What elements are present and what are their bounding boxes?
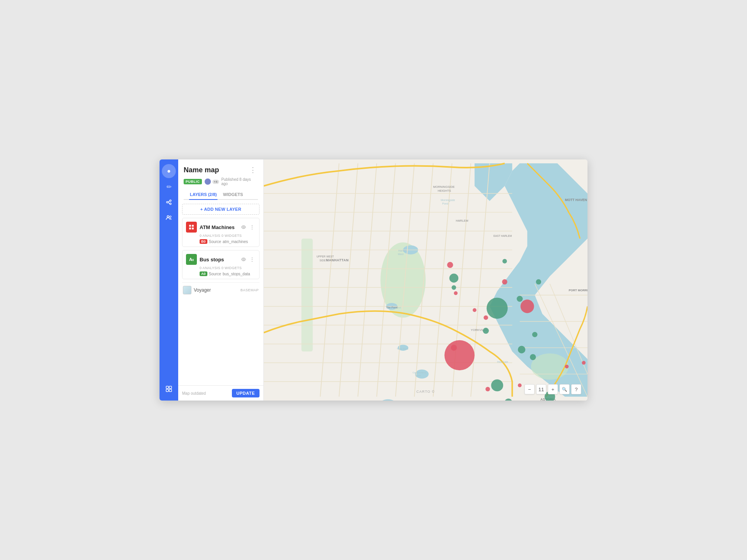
svg-rect-12 bbox=[192, 225, 194, 227]
layer-menu-bus[interactable]: ⋮ bbox=[249, 256, 256, 263]
svg-point-1 bbox=[167, 201, 168, 203]
help-ctrl[interactable]: ? bbox=[571, 384, 581, 394]
svg-point-108 bbox=[565, 365, 569, 369]
svg-text:HEIGHTS: HEIGHTS bbox=[438, 189, 451, 192]
source-badge-bus: A0 bbox=[200, 271, 207, 276]
add-layer-button[interactable]: + ADD NEW LAYER bbox=[182, 204, 260, 215]
svg-rect-17 bbox=[192, 259, 193, 260]
svg-text:UPPER WEST: UPPER WEST bbox=[316, 255, 334, 258]
svg-point-0 bbox=[170, 200, 171, 201]
svg-point-90 bbox=[502, 259, 507, 264]
svg-line-4 bbox=[168, 203, 170, 203]
svg-point-96 bbox=[502, 279, 507, 285]
svg-line-3 bbox=[168, 201, 170, 202]
layer-card-bus: A Bus stops bbox=[182, 250, 260, 279]
search-ctrl[interactable]: 🔍 bbox=[559, 384, 570, 394]
svg-point-5 bbox=[167, 216, 169, 218]
layer-menu-atm[interactable]: ⋮ bbox=[249, 223, 256, 231]
svg-point-82 bbox=[483, 328, 489, 334]
nav-home-icon[interactable]: ● bbox=[162, 164, 176, 178]
svg-point-95 bbox=[447, 262, 453, 268]
svg-point-2 bbox=[170, 203, 171, 205]
nav-share-icon[interactable] bbox=[162, 195, 176, 209]
svg-rect-8 bbox=[169, 386, 172, 388]
carto-logo: CARTO © bbox=[416, 390, 435, 394]
layer-visibility-bus[interactable] bbox=[240, 256, 247, 263]
layer-source-atm: B0 Source atm_machines bbox=[200, 239, 256, 244]
avatar-1 bbox=[204, 178, 211, 185]
nav-edit-icon[interactable]: ✏ bbox=[162, 180, 176, 194]
svg-point-101 bbox=[444, 340, 474, 370]
layer-name-atm: ATM Machines bbox=[200, 224, 237, 230]
layer-stats-atm: 0 ANALYSIS 0 WIDGETS bbox=[200, 234, 256, 238]
svg-text:MOTT HAVEN: MOTT HAVEN bbox=[565, 198, 587, 202]
zoom-level-ctrl: 11 bbox=[536, 384, 546, 394]
update-button[interactable]: UPDATE bbox=[232, 389, 260, 397]
panel-header: Name map ⋮ PUBLIC +4 Published 8 days ag… bbox=[178, 159, 263, 200]
svg-text:The Pond: The Pond bbox=[386, 306, 398, 309]
svg-text:Harlem: Harlem bbox=[398, 249, 407, 252]
svg-text:Pond: Pond bbox=[442, 202, 449, 205]
public-badge: PUBLIC bbox=[184, 179, 202, 184]
basemap-row: Voyager BASEMAP bbox=[182, 282, 260, 298]
layer-source-bus: A0 Source bus_stops_data bbox=[200, 271, 256, 276]
avatar-count: +4 bbox=[212, 180, 219, 184]
layer-icon-bus: A bbox=[186, 254, 197, 265]
basemap-left: Voyager bbox=[183, 286, 211, 294]
source-name-atm: atm_machines bbox=[223, 240, 248, 244]
svg-rect-14 bbox=[192, 228, 194, 229]
source-label-bus: Source bbox=[209, 272, 221, 276]
svg-text:EAST HARLEM: EAST HARLEM bbox=[493, 234, 512, 237]
basemap-thumbnail bbox=[183, 286, 191, 294]
svg-text:A: A bbox=[189, 257, 192, 262]
svg-point-100 bbox=[484, 315, 488, 320]
layer-name-bus: Bus stops bbox=[200, 257, 237, 262]
svg-point-80 bbox=[449, 274, 458, 283]
source-name-bus: bus_stops_data bbox=[223, 272, 250, 276]
svg-point-89 bbox=[536, 279, 541, 285]
panel-content: + ADD NEW LAYER ATM Machines bbox=[178, 200, 263, 385]
svg-point-83 bbox=[518, 346, 525, 353]
svg-point-15 bbox=[243, 226, 244, 228]
svg-point-107 bbox=[582, 361, 586, 365]
map-area[interactable]: MANHATTAN HARLEM EAST HARLEM UPPER WEST … bbox=[264, 159, 587, 401]
svg-text:Hell Gate: Hell Gate bbox=[497, 360, 508, 363]
zoom-out-ctrl[interactable]: − bbox=[524, 384, 535, 394]
svg-point-91 bbox=[517, 296, 523, 302]
tab-layers[interactable]: LAYERS (2/8) bbox=[189, 190, 217, 200]
publish-time: Published 8 days ago bbox=[221, 177, 258, 186]
layer-card-header-atm: ATM Machines ⋮ bbox=[186, 222, 256, 233]
svg-point-85 bbox=[491, 379, 503, 391]
svg-point-99 bbox=[473, 308, 477, 312]
source-badge-atm: B0 bbox=[200, 239, 207, 244]
tab-widgets[interactable]: WIDGETS bbox=[222, 190, 244, 200]
svg-point-106 bbox=[518, 383, 522, 387]
sidebar-nav: ● ✏ bbox=[160, 159, 178, 401]
zoom-in-ctrl[interactable]: + bbox=[548, 384, 558, 394]
svg-point-97 bbox=[521, 299, 534, 313]
layer-visibility-atm[interactable] bbox=[240, 223, 247, 231]
svg-rect-11 bbox=[189, 225, 191, 227]
svg-text:MORNINGSIDE: MORNINGSIDE bbox=[433, 185, 454, 189]
panel-menu-button[interactable]: ⋮ bbox=[248, 165, 258, 175]
svg-point-81 bbox=[487, 298, 508, 318]
svg-rect-10 bbox=[169, 389, 172, 392]
svg-text:MANHATTAN: MANHATTAN bbox=[326, 258, 349, 262]
nav-users-icon[interactable] bbox=[162, 211, 176, 225]
side-panel: Name map ⋮ PUBLIC +4 Published 8 days ag… bbox=[178, 159, 264, 401]
basemap-name: Voyager bbox=[194, 287, 211, 293]
svg-point-30 bbox=[531, 354, 569, 380]
svg-text:SIDE: SIDE bbox=[319, 259, 326, 262]
layer-actions-bus: ⋮ bbox=[240, 256, 256, 263]
avatar-group: +4 bbox=[204, 178, 219, 185]
svg-point-21 bbox=[243, 259, 244, 260]
svg-point-94 bbox=[452, 285, 456, 290]
svg-text:Turtle Pond: Turtle Pond bbox=[397, 348, 409, 350]
svg-rect-7 bbox=[166, 386, 168, 388]
panel-meta: PUBLIC +4 Published 8 days ago bbox=[184, 177, 258, 186]
nav-dashboard-icon[interactable] bbox=[162, 382, 176, 396]
outdated-text: Map outdated bbox=[182, 391, 206, 396]
svg-rect-29 bbox=[302, 239, 313, 352]
panel-footer: Map outdated UPDATE bbox=[178, 385, 263, 401]
svg-rect-18 bbox=[193, 259, 194, 260]
